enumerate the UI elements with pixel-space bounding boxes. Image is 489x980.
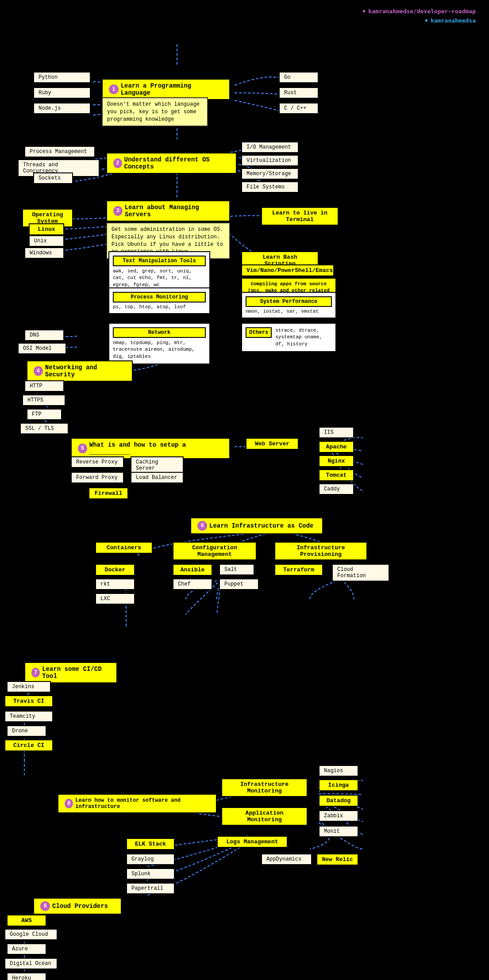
heroku-node: Heroku <box>7 972 46 980</box>
filesystems-node: File Systems <box>241 181 299 193</box>
linux-node: Linux <box>29 223 64 235</box>
virtualization-node: Virtualization <box>241 155 299 166</box>
step9-main: 9 Cloud Providers <box>33 898 122 915</box>
step5-num: 5 <box>78 444 87 453</box>
puppet-node: Puppet <box>219 578 259 590</box>
nginx-node: Nginx <box>319 455 354 467</box>
dns-node: DNS <box>24 329 64 341</box>
firewall-node: Firewall <box>89 487 128 499</box>
text-tools-title: Text Manipulation Tools <box>113 256 206 266</box>
step3-num: 3 <box>113 206 123 216</box>
step1-main: 1 Learn a Programming Language <box>102 79 230 100</box>
process-mgmt-node: Process Management <box>24 146 95 157</box>
step1-num: 1 <box>109 84 119 94</box>
python-node: Python <box>33 72 91 83</box>
text-tools-box: Text Manipulation Tools awk, sed, grep, … <box>108 251 210 293</box>
infra-mon-node: Infrastructure Monitoring <box>221 778 308 797</box>
app-mon-node: Application Monitoring <box>221 807 308 826</box>
step8-num: 8 <box>65 799 73 808</box>
sys-perf-box: System Performance nmon, iostat, sar, vm… <box>241 292 336 318</box>
caddy-node: Caddy <box>319 483 354 495</box>
zabbix-node: Zabbix <box>319 810 358 822</box>
vim-node: Vim/Nano/PowerShell/Emacs <box>241 264 334 276</box>
fwd-proxy-node: Forward Proxy <box>71 472 124 483</box>
elk-node: ELK Stack <box>126 838 175 850</box>
rev-proxy-node: Reverse Proxy <box>71 456 124 468</box>
iis-node: IIS <box>319 427 354 438</box>
docker-node: Docker <box>95 564 135 576</box>
travis-node: Travis CI <box>4 695 53 707</box>
icinga-node: Icinga <box>319 779 358 791</box>
terraform-node: Terraform <box>274 564 323 576</box>
step6-main: 6 Learn Infrastructure as Code <box>190 517 323 534</box>
others-title: Others <box>246 327 272 338</box>
caching-node: Caching Server <box>131 456 184 474</box>
web-server-node: Web Server <box>246 438 299 450</box>
go-node: Go <box>279 72 319 83</box>
proc-mon-title: Process Monitoring <box>113 292 206 302</box>
proc-mon-box: Process Monitoring ps, top, htop, atop, … <box>108 287 210 314</box>
config-mgmt-node: Configuration Management <box>173 542 257 560</box>
twitter-text: kamranahmedsa <box>431 17 476 24</box>
ansible-node: Ansible <box>173 564 212 576</box>
header-links: ● kamranahmedse/developer-roadmap ● kamr… <box>362 8 476 27</box>
cloudformation-node: Cloud Formation <box>332 564 389 582</box>
jenkins-node: Jenkins <box>7 681 51 693</box>
network-box: Network nmap, tcpdump, ping, mtr, tracer… <box>108 323 210 364</box>
cpp-node: C / C++ <box>279 103 319 114</box>
rkt-node: rkt <box>95 578 135 590</box>
drone-node: Drone <box>7 725 46 737</box>
step4-num: 4 <box>34 366 43 376</box>
twitter-icon: ● <box>424 17 428 24</box>
step7-num: 7 <box>31 668 40 678</box>
step4-main: 4 Networking and Security <box>27 360 133 382</box>
google-cloud-node: Google Cloud <box>4 929 58 940</box>
sys-perf-desc: nmon, iostat, sar, vmstat <box>246 309 332 314</box>
step6-num: 6 <box>197 521 207 531</box>
chef-node: Chef <box>173 578 212 590</box>
salt-node: Salt <box>219 564 254 575</box>
monit-node: Monit <box>319 826 358 837</box>
infra-prov-node: Infrastructure Provisioning <box>274 542 367 560</box>
others-desc: strace, dtrace, systemtap uname, df, his… <box>275 327 332 348</box>
step7-main: 7 Learn some CI/CD Tool <box>24 662 117 683</box>
http-node: HTTP <box>24 380 64 392</box>
nagios-node: Nagios <box>319 765 358 777</box>
network-desc: nmap, tcpdump, ping, mtr, traceroute air… <box>113 340 206 360</box>
ssl-node: SSL / TLS <box>20 423 69 434</box>
step8-main: 8 Learn how to monitor software and infr… <box>58 794 217 813</box>
appdynamics-node: AppDynamics <box>261 854 312 865</box>
sys-perf-title: System Performance <box>246 296 332 307</box>
network-title: Network <box>113 327 206 338</box>
containers-node: Containers <box>95 542 153 554</box>
https-node: HTTPS <box>22 394 65 406</box>
nodejs-node: Node.js <box>33 103 91 114</box>
teamcity-node: Teamcity <box>4 711 53 722</box>
github-icon: ● <box>362 8 366 15</box>
splunk-node: Splunk <box>126 868 175 880</box>
step5-main: 5 What is and how to setup a ___________ <box>71 438 230 459</box>
lxc-node: LXC <box>95 593 135 605</box>
osi-node: OSI Model <box>18 343 66 354</box>
step9-num: 9 <box>40 901 50 911</box>
aws-node: AWS <box>7 915 46 926</box>
text-tools-desc: awk, sed, grep, sort, uniq, cat, cut ech… <box>113 268 206 288</box>
azure-node: Azure <box>7 943 46 955</box>
tomcat-node: Tomcat <box>319 469 354 481</box>
datadog-node: Datadog <box>319 795 358 807</box>
step3-container: 3 Learn about Managing Servers Get some … <box>106 200 230 259</box>
papertrail-node: Papertrail <box>126 883 175 894</box>
github-text: kamranahmedse/developer-roadmap <box>368 8 476 15</box>
graylog-node: Graylog <box>126 854 175 865</box>
step3-main: 3 Learn about Managing Servers <box>106 200 230 222</box>
memory-node: Memory/Storage <box>241 168 299 180</box>
terminal-node: Learn to live in Terminal <box>261 207 339 226</box>
circleci-node: Circle CI <box>4 739 53 751</box>
unix-node: Unix <box>29 235 64 247</box>
sockets-node: Sockets <box>33 172 73 184</box>
step2-num: 2 <box>113 158 122 168</box>
lb-node: Load Balancer <box>131 472 184 483</box>
step2-main: 2 Understand different OS Concepts <box>106 153 237 174</box>
digital-ocean-node: Digital Ocean <box>4 958 58 969</box>
ftp-node: FTP <box>27 409 62 420</box>
